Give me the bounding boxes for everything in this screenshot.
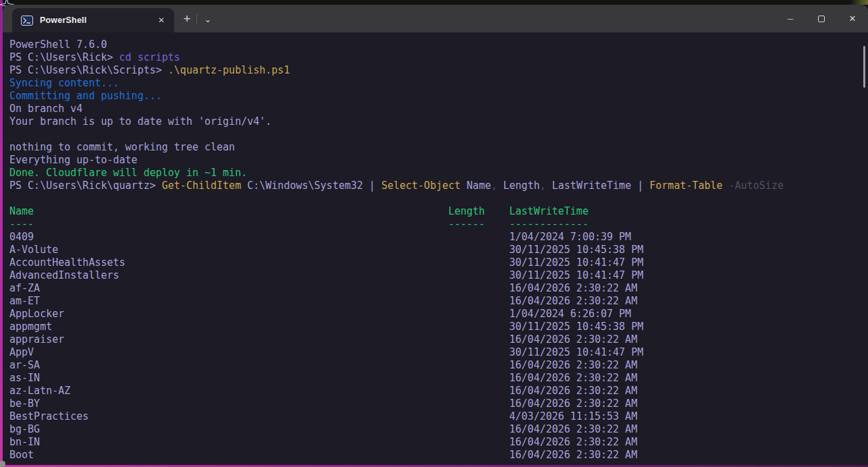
- terminal-text-segment: appmgmt: [9, 321, 52, 333]
- tab-close-icon[interactable]: ✕: [154, 13, 169, 28]
- window-controls: ─ ✕: [775, 5, 868, 32]
- terminal-text-segment: Get-ChildItem: [162, 180, 241, 192]
- terminal-line: PS C:\Users\Rick\Scripts> .\quartz-publi…: [9, 64, 868, 77]
- terminal-text-segment: 30/11/2025 10:45:38 PM: [510, 244, 644, 256]
- terminal-text-segment: 16/04/2026 2:30:22 AM: [510, 436, 638, 449]
- terminal-line: as-IN16/04/2026 2:30:22 AM: [9, 372, 868, 385]
- terminal-line: [9, 128, 868, 141]
- terminal-line: be-BY16/04/2026 2:30:22 AM: [9, 397, 868, 410]
- terminal-line: Syncing content...: [9, 77, 868, 90]
- terminal-text-segment: 16/04/2026 2:30:22 AM: [510, 295, 638, 308]
- terminal-line: nothing to commit, working tree clean: [9, 141, 868, 154]
- terminal-text-segment: -------------: [510, 218, 589, 231]
- terminal-text-segment: bg-BG: [9, 423, 40, 435]
- scrollbar-thumb[interactable]: [863, 46, 865, 88]
- terminal-line: Boot16/04/2026 2:30:22 AM: [9, 449, 868, 462]
- maximize-button[interactable]: [806, 5, 837, 32]
- terminal-text-segment: ----: [9, 218, 34, 230]
- wallpaper-artifact: [0, 461, 5, 467]
- terminal-line: Committing and pushing...: [9, 90, 868, 103]
- terminal-text-segment: Name: [9, 205, 34, 217]
- terminal-text-segment: 30/11/2025 10:41:47 PM: [510, 256, 644, 269]
- tabbar-divider: [196, 13, 197, 24]
- powershell-icon: [21, 16, 33, 26]
- terminal-text-segment: 16/04/2026 2:30:22 AM: [510, 423, 638, 436]
- terminal-text-segment: az-Latn-AZ: [9, 385, 70, 397]
- tab-powershell[interactable]: PowerShell ✕: [12, 8, 174, 32]
- terminal-line: 04091/04/2024 7:00:39 PM: [9, 231, 868, 244]
- terminal-text-segment: Everything up-to-date: [9, 154, 138, 166]
- terminal-line: On branch v4: [9, 103, 868, 115]
- tab-title: PowerShell: [40, 16, 154, 25]
- terminal-text-segment: ------: [448, 218, 485, 231]
- terminal-text-segment: af-ZA: [9, 282, 40, 294]
- desktop-wallpaper-olive-sliver: [850, 0, 868, 5]
- terminal-text-segment: LastWriteTime: [510, 205, 589, 218]
- terminal-line: BestPractices4/03/2026 11:15:53 AM: [9, 410, 868, 423]
- terminal-line: A-Volute30/11/2025 10:45:38 PM: [9, 244, 868, 256]
- terminal-line: Your branch is up to date with 'origin/v…: [9, 115, 868, 128]
- terminal-text-segment: appraiser: [9, 333, 64, 346]
- terminal-line: AppV30/11/2025 10:41:47 PM: [9, 346, 868, 359]
- terminal-text-segment: 0409: [9, 231, 34, 243]
- terminal-text-segment: Name: [460, 180, 491, 192]
- minimize-button[interactable]: ─: [775, 5, 806, 32]
- terminal-text-segment: 4/03/2026 11:15:53 AM: [510, 410, 638, 423]
- terminal-text-segment: Length: [497, 180, 540, 192]
- terminal-line: am-ET16/04/2026 2:30:22 AM: [9, 295, 868, 308]
- terminal-text-segment: Select-Object: [381, 180, 460, 192]
- terminal-text-segment: Syncing content...: [9, 77, 119, 89]
- terminal-line: Done. Cloudflare will deploy in ~1 min.: [9, 167, 868, 180]
- terminal-text-segment: as-IN: [9, 372, 40, 384]
- terminal-text-segment: PS C:\Users\Rick\Scripts>: [9, 64, 168, 76]
- terminal-line: bg-BG16/04/2026 2:30:22 AM: [9, 423, 868, 436]
- terminal-text-segment: On branch v4: [9, 103, 82, 115]
- close-button[interactable]: ✕: [837, 5, 868, 32]
- terminal-text-segment: cd scripts: [119, 51, 180, 63]
- terminal-text-segment: 1/04/2024 7:00:39 PM: [510, 231, 632, 244]
- maximize-icon: [818, 16, 825, 22]
- terminal-output: PowerShell 7.6.0PS C:\Users\Rick> cd scr…: [9, 38, 868, 462]
- terminal-line: [9, 192, 868, 205]
- terminal-line: appraiser16/04/2026 2:30:22 AM: [9, 333, 868, 346]
- terminal-text-segment: AppLocker: [9, 308, 64, 320]
- terminal-text-segment: 1/04/2024 6:26:07 PM: [510, 308, 632, 321]
- terminal-text-segment: 16/04/2026 2:30:22 AM: [510, 397, 638, 410]
- terminal-text-segment: PS C:\Users\Rick\quartz>: [9, 180, 162, 192]
- terminal-text-segment: .\quartz-publish.ps1: [168, 64, 290, 76]
- terminal-line: af-ZA16/04/2026 2:30:22 AM: [9, 282, 868, 295]
- terminal-text-segment: nothing to commit, working tree clean: [9, 141, 235, 153]
- terminal-text-segment: PS C:\Users\Rick>: [9, 51, 119, 63]
- terminal-text-segment: 30/11/2025 10:45:38 PM: [510, 321, 644, 333]
- terminal-line: AppLocker1/04/2024 6:26:07 PM: [9, 308, 868, 321]
- terminal-text-segment: Format-Table: [649, 180, 728, 192]
- desktop-wallpaper-top-edge: [0, 0, 868, 5]
- terminal-text-segment: PowerShell 7.6.0: [9, 38, 107, 51]
- terminal-text-segment: 16/04/2026 2:30:22 AM: [510, 282, 638, 295]
- terminal-text-segment: 16/04/2026 2:30:22 AM: [510, 385, 638, 397]
- terminal-content[interactable]: PowerShell 7.6.0PS C:\Users\Rick> cd scr…: [3, 32, 868, 465]
- terminal-text-segment: 30/11/2025 10:41:47 PM: [510, 346, 644, 359]
- terminal-line: AdvancedInstallers30/11/2025 10:41:47 PM: [9, 269, 868, 282]
- terminal-text-segment: Done. Cloudflare will deploy in ~1 min.: [9, 167, 247, 179]
- terminal-line: NameLengthLastWriteTime: [9, 205, 868, 218]
- terminal-line: appmgmt30/11/2025 10:45:38 PM: [9, 321, 868, 333]
- terminal-text-segment: A-Volute: [9, 244, 58, 256]
- new-tab-button[interactable]: +: [178, 9, 196, 28]
- terminal-text-segment: Your branch is up to date with 'origin/v…: [9, 115, 271, 128]
- terminal-text-segment: Boot: [9, 449, 34, 461]
- terminal-line: PS C:\Users\Rick> cd scripts: [9, 51, 868, 64]
- terminal-line: az-Latn-AZ16/04/2026 2:30:22 AM: [9, 385, 868, 397]
- terminal-line: Everything up-to-date: [9, 154, 868, 167]
- terminal-line: PowerShell 7.6.0: [9, 38, 868, 51]
- terminal-text-segment: 16/04/2026 2:30:22 AM: [510, 372, 638, 385]
- terminal-text-segment: 16/04/2026 2:30:22 AM: [510, 449, 638, 462]
- terminal-text-segment: 16/04/2026 2:30:22 AM: [510, 333, 638, 346]
- titlebar[interactable]: PowerShell ✕ + ⌄ ─ ✕: [3, 5, 868, 32]
- terminal-line: AccountHealthAssets30/11/2025 10:41:47 P…: [9, 256, 868, 269]
- terminal-text-segment: ,: [540, 180, 546, 192]
- terminal-text-segment: Length: [448, 205, 485, 218]
- terminal-line: -----------------------: [9, 218, 868, 231]
- terminal-text-segment: -AutoSize: [729, 180, 784, 192]
- tab-dropdown-button[interactable]: ⌄: [199, 11, 217, 27]
